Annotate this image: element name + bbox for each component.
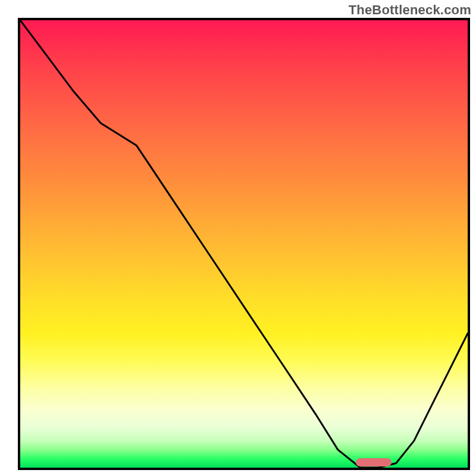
line-curve bbox=[20, 20, 468, 468]
chart-frame: TheBottleneck.com bbox=[0, 0, 476, 476]
plot-area bbox=[18, 18, 470, 470]
watermark-text: TheBottleneck.com bbox=[349, 2, 471, 18]
marker-segment bbox=[356, 458, 392, 466]
